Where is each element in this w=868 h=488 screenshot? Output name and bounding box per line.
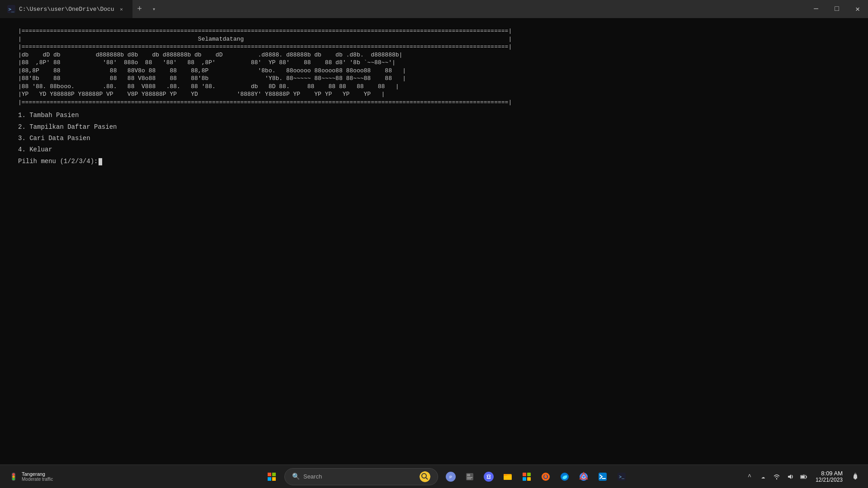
svg-rect-35 xyxy=(806,476,807,478)
svg-text:P: P xyxy=(449,475,452,479)
taskbar-center-section: 🔍 Search P xyxy=(152,468,741,486)
svg-rect-17 xyxy=(504,475,512,480)
win-logo-quad-4 xyxy=(272,477,276,481)
svg-text:>_: >_ xyxy=(619,475,625,480)
windows-logo-icon xyxy=(268,473,276,481)
traffic-city: Tangerang xyxy=(22,471,53,477)
terminal-icon[interactable]: >_ xyxy=(613,468,631,486)
svg-point-15 xyxy=(489,476,491,477)
terminal-cursor xyxy=(99,158,102,165)
terminal-tab-icon: >_ xyxy=(7,5,15,13)
files-icon[interactable] xyxy=(461,468,479,486)
svg-point-1 xyxy=(13,473,15,475)
maximize-button[interactable]: □ xyxy=(826,0,847,18)
svg-point-32 xyxy=(776,478,777,479)
svg-point-3 xyxy=(13,478,15,480)
system-tray: ^ ☁ xyxy=(743,468,810,486)
prompt-text: Pilih menu (1/2/3/4): xyxy=(18,157,98,166)
premid-icon[interactable]: P xyxy=(442,468,460,486)
minimize-button[interactable]: ─ xyxy=(806,0,826,18)
cloud-icon[interactable]: ☁ xyxy=(757,468,769,486)
svg-rect-12 xyxy=(467,479,471,479)
notification-button[interactable] xyxy=(848,468,863,486)
battery-icon[interactable] xyxy=(797,468,810,486)
taskbar: Tangerang Moderate traffic 🔍 Search xyxy=(0,465,868,488)
svg-rect-20 xyxy=(527,473,531,476)
traffic-light-icon xyxy=(9,472,18,481)
tray-chevron-icon[interactable]: ^ xyxy=(743,468,756,486)
svg-point-28 xyxy=(582,475,585,478)
microsoft-store-icon[interactable] xyxy=(518,468,536,486)
taskbar-pinned-icons: P xyxy=(442,468,631,486)
window-controls: ─ □ ✕ xyxy=(806,0,868,18)
svg-rect-18 xyxy=(504,474,507,476)
traffic-widget[interactable]: Tangerang Moderate traffic xyxy=(5,469,57,483)
menu-item-1: 1. Tambah Pasien xyxy=(18,112,79,119)
file-manager-icon[interactable] xyxy=(499,468,517,486)
win-logo-quad-2 xyxy=(272,473,276,476)
start-button[interactable] xyxy=(263,468,281,486)
svg-point-37 xyxy=(855,473,856,474)
svg-rect-21 xyxy=(523,477,526,481)
new-tab-button[interactable]: + xyxy=(132,2,147,16)
clock-time: 8:09 AM xyxy=(821,470,843,477)
svg-point-2 xyxy=(13,475,15,478)
win-logo-quad-3 xyxy=(268,477,271,481)
win-logo-quad-1 xyxy=(268,473,271,476)
svg-rect-11 xyxy=(467,477,472,478)
svg-rect-19 xyxy=(523,473,526,476)
clock-date: 12/21/2023 xyxy=(816,477,843,483)
svg-rect-10 xyxy=(467,474,470,476)
menu-item-2: 2. Tampilkan Daftar Pasien xyxy=(18,123,117,131)
taskbar-left-section: Tangerang Moderate traffic xyxy=(5,469,150,483)
traffic-text: Tangerang Moderate traffic xyxy=(22,471,53,482)
search-label: Search xyxy=(303,473,322,480)
svg-rect-22 xyxy=(527,477,531,481)
ascii-art-display: |=======================================… xyxy=(18,27,850,106)
menu-item-3: 3. Cari Data Pasien xyxy=(18,135,90,142)
tab-title: C:\Users\user\OneDrive\Docu xyxy=(19,6,114,13)
search-lens-icon xyxy=(420,471,430,482)
search-bar[interactable]: 🔍 Search xyxy=(284,468,438,485)
tab-close-button[interactable]: ✕ xyxy=(118,5,125,13)
svg-point-13 xyxy=(484,472,494,482)
prompt-line[interactable]: Pilih menu (1/2/3/4): xyxy=(18,157,850,166)
vscode-icon[interactable] xyxy=(594,468,612,486)
title-bar-left: >_ C:\Users\user\OneDrive\Docu ✕ + ▾ xyxy=(0,0,161,18)
svg-point-14 xyxy=(487,476,488,477)
system-clock[interactable]: 8:09 AM 12/21/2023 xyxy=(812,470,846,483)
traffic-status: Moderate traffic xyxy=(22,477,53,482)
chrome-icon[interactable] xyxy=(575,468,593,486)
close-button[interactable]: ✕ xyxy=(847,0,868,18)
terminal-content[interactable]: |=======================================… xyxy=(0,18,868,465)
svg-rect-36 xyxy=(854,479,856,479)
svg-point-4 xyxy=(420,471,430,482)
menu-list: 1. Tambah Pasien 2. Tampilkan Daftar Pas… xyxy=(18,110,850,155)
volume-icon[interactable] xyxy=(784,468,797,486)
search-icon: 🔍 xyxy=(292,473,300,480)
firefox-icon[interactable] xyxy=(537,468,555,486)
active-tab[interactable]: >_ C:\Users\user\OneDrive\Docu ✕ xyxy=(0,0,132,18)
svg-rect-34 xyxy=(801,476,805,478)
edge-icon[interactable] xyxy=(556,468,574,486)
wifi-icon[interactable] xyxy=(770,468,783,486)
taskbar-right-section: ^ ☁ xyxy=(743,468,863,486)
discord-icon[interactable] xyxy=(480,468,498,486)
menu-item-4: 4. Keluar xyxy=(18,146,52,153)
title-bar: >_ C:\Users\user\OneDrive\Docu ✕ + ▾ ─ □… xyxy=(0,0,868,18)
tab-dropdown-button[interactable]: ▾ xyxy=(147,2,161,16)
